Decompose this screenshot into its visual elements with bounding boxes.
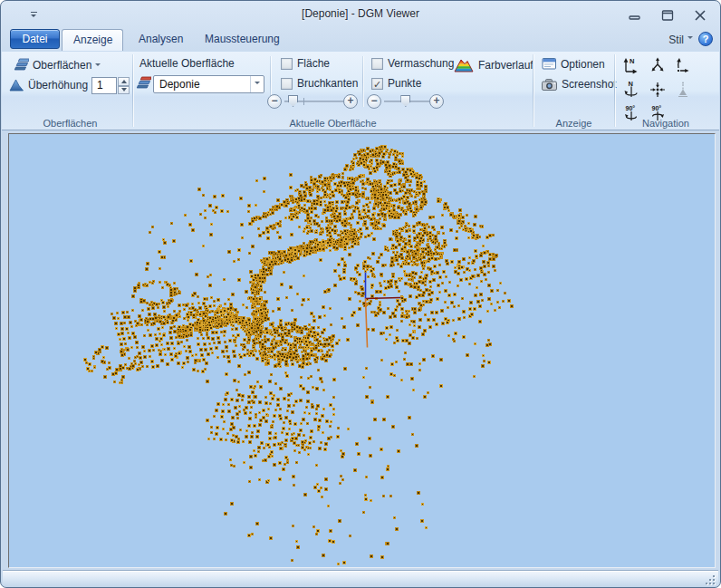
chevron-down-icon	[255, 82, 260, 87]
punkte-label: Punkte	[388, 77, 421, 90]
chevron-down-icon	[687, 36, 693, 42]
maximize-icon	[663, 11, 673, 20]
svg-text:N: N	[630, 57, 634, 65]
slider-plus-button[interactable]: +	[343, 94, 358, 109]
combo-arrow[interactable]	[250, 76, 264, 92]
slider-thumb[interactable]	[400, 95, 410, 107]
slider-thumb[interactable]	[288, 95, 298, 107]
exaggeration-control: Überhöhung	[9, 78, 88, 92]
slider-plus-button[interactable]: +	[429, 94, 444, 109]
bruchkanten-checkbox[interactable]	[281, 78, 293, 90]
exaggeration-input[interactable]: 1	[91, 77, 117, 94]
punkte-checkbox[interactable]: ✓	[371, 78, 383, 90]
surface-layers-icon	[135, 76, 151, 90]
slider-minus-button[interactable]: −	[267, 94, 282, 109]
group-aktuelle-oberflaeche: Aktuelle Oberfläche Deponie Fläche Bruch…	[133, 52, 533, 130]
isometric-axes-icon	[647, 56, 668, 74]
minimize-icon	[630, 16, 639, 19]
point-size-slider: − +	[367, 93, 445, 110]
farbverlauf-button[interactable]: Farbverlauf	[453, 56, 534, 73]
vermaschung-checkbox-row[interactable]: Vermaschung	[371, 57, 454, 70]
camera-icon	[541, 77, 558, 92]
spin-up-button[interactable]	[118, 77, 130, 86]
svg-text:N: N	[628, 81, 632, 88]
screenshot-button[interactable]: Screenshot	[541, 77, 617, 92]
sub-separator	[362, 56, 363, 107]
maximize-button[interactable]	[660, 10, 675, 21]
triangle-up-icon	[121, 77, 127, 83]
bruchkanten-checkbox-row[interactable]: Bruchkanten	[281, 77, 358, 90]
view-north-axes-button[interactable]: N	[619, 53, 643, 77]
zoom-center-button[interactable]	[645, 78, 669, 101]
punkte-checkbox-row[interactable]: ✓ Punkte	[371, 77, 421, 90]
minimize-button[interactable]	[628, 10, 642, 21]
close-icon	[696, 11, 705, 20]
help-button[interactable]: ?	[698, 32, 713, 46]
group-label-anzeige: Anzeige	[534, 118, 614, 129]
status-bar	[3, 570, 718, 587]
slider-tick	[303, 98, 304, 105]
slider-minus-button[interactable]: −	[367, 94, 381, 109]
surfaces-dropdown-button[interactable]: Oberflächen	[13, 58, 101, 72]
elevation-marker-icon	[672, 81, 694, 99]
view-isometric-button[interactable]	[645, 53, 669, 77]
options-button[interactable]: Optionen	[542, 57, 605, 71]
vermaschung-label: Vermaschung	[388, 57, 454, 70]
resize-grip[interactable]	[704, 574, 715, 584]
window-title: [Deponie] - DGM Viewer	[1, 7, 720, 20]
surface-select-value: Deponie	[159, 78, 200, 91]
ribbon-tab-bar: Datei Anzeige Analysen Maussteuerung Sti…	[1, 26, 720, 51]
exaggeration-label: Überhöhung	[28, 79, 88, 92]
group-label-aktuelle: Aktuelle Oberfläche	[133, 118, 533, 129]
viewport-3d	[8, 133, 716, 568]
rotate-to-north-button[interactable]: N	[619, 78, 643, 101]
tab-datei[interactable]: Datei	[10, 29, 60, 49]
surface-select[interactable]: Deponie	[153, 75, 264, 93]
options-label: Optionen	[561, 58, 605, 71]
breakline-size-slider: − +	[267, 93, 359, 110]
rotate-north-icon: N	[620, 81, 642, 99]
screenshot-label: Screenshot	[562, 78, 617, 91]
spin-down-button[interactable]	[118, 86, 130, 95]
view-corner-axes-button[interactable]	[670, 53, 695, 77]
style-label: Stil	[668, 34, 684, 46]
corner-axes-icon	[672, 56, 694, 74]
group-label-oberflaechen: Oberflächen	[8, 118, 132, 129]
title-bar: [Deponie] - DGM Viewer	[1, 1, 720, 26]
vermaschung-checkbox[interactable]	[371, 58, 383, 70]
point-cloud-canvas[interactable]	[9, 134, 715, 567]
group-navigation: N	[615, 52, 716, 130]
mountain-icon	[9, 78, 24, 92]
tab-anzeige[interactable]: Anzeige	[62, 29, 123, 52]
tab-analysen[interactable]: Analysen	[128, 29, 187, 51]
layers-icon	[13, 58, 29, 72]
chevron-down-icon	[95, 63, 101, 69]
surfaces-button-label: Oberflächen	[33, 59, 91, 72]
current-surface-header: Aktuelle Oberfläche	[139, 57, 235, 70]
farbverlauf-label: Farbverlauf	[478, 59, 534, 72]
axes-north-icon: N	[620, 56, 642, 74]
tab-maussteuerung[interactable]: Maussteuerung	[194, 29, 277, 51]
color-gradient-mountain-icon	[453, 56, 475, 73]
flaeche-label: Fläche	[297, 57, 330, 70]
flaeche-checkbox[interactable]	[281, 58, 293, 70]
bruchkanten-label: Bruchkanten	[297, 77, 358, 90]
style-dropdown[interactable]: Stil	[668, 34, 693, 46]
center-arrows-icon	[647, 81, 668, 99]
flaeche-checkbox-row[interactable]: Fläche	[281, 57, 330, 70]
group-label-navigation: Navigation	[615, 118, 716, 129]
group-oberflaechen: Oberflächen Überhöhung 1 Oberflächen	[8, 52, 132, 130]
triangle-down-icon	[121, 88, 127, 94]
elevation-tool-button[interactable]	[670, 78, 695, 101]
exaggeration-stepper	[118, 77, 130, 94]
group-anzeige: Optionen Screenshot Anzeige	[534, 52, 614, 130]
ribbon: Oberflächen Überhöhung 1 Oberflächen Akt…	[2, 51, 719, 130]
options-window-icon	[542, 57, 557, 71]
svg-text:90°: 90°	[651, 105, 661, 111]
svg-text:90°: 90°	[625, 105, 635, 111]
app-window: [Deponie] - DGM Viewer Datei Anzeige Ana…	[0, 0, 721, 588]
close-button[interactable]	[693, 10, 707, 21]
